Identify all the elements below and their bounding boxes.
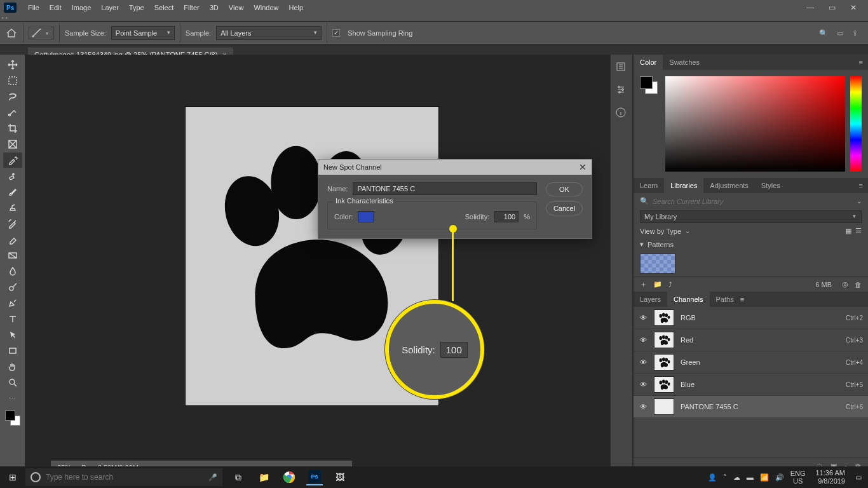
healing-brush-tool[interactable] bbox=[3, 168, 22, 184]
wifi-icon[interactable]: 📶 bbox=[760, 473, 769, 482]
file-explorer-icon[interactable]: 📁 bbox=[255, 469, 272, 485]
spot-channel-name-input[interactable] bbox=[353, 182, 537, 195]
quick-select-tool[interactable] bbox=[3, 105, 22, 120]
list-view-icon[interactable]: ☰ bbox=[855, 227, 862, 235]
brush-tool[interactable] bbox=[3, 184, 22, 200]
crop-tool[interactable] bbox=[3, 121, 22, 136]
move-tool[interactable] bbox=[3, 57, 22, 72]
menu-type[interactable]: Type bbox=[124, 0, 149, 15]
marquee-tool[interactable] bbox=[3, 73, 22, 88]
panel-menu-icon[interactable]: ≡ bbox=[854, 58, 868, 66]
upload-icon[interactable]: ⤴ bbox=[668, 281, 672, 288]
library-search-input[interactable] bbox=[653, 198, 853, 205]
menu-3d[interactable]: 3D bbox=[205, 0, 224, 15]
photos-taskbar-icon[interactable]: 🖼 bbox=[332, 469, 348, 485]
pattern-thumbnail[interactable] bbox=[640, 254, 675, 274]
photoshop-taskbar-icon[interactable]: Ps bbox=[306, 469, 323, 485]
history-brush-tool[interactable] bbox=[3, 216, 22, 231]
menu-filter[interactable]: Filter bbox=[179, 0, 204, 15]
hue-slider[interactable] bbox=[850, 76, 862, 172]
tray-chevron-icon[interactable]: ˄ bbox=[723, 473, 727, 482]
library-picker[interactable]: My Library bbox=[640, 210, 862, 223]
channel-row[interactable]: 👁RedCtrl+3 bbox=[634, 329, 868, 351]
share-icon[interactable]: ⇪ bbox=[852, 29, 858, 37]
path-select-tool[interactable] bbox=[3, 327, 22, 342]
gradient-tool[interactable] bbox=[3, 248, 22, 263]
channel-row[interactable]: 👁GreenCtrl+4 bbox=[634, 351, 868, 374]
panel-collapse-handle[interactable]: ▸▸ bbox=[0, 15, 868, 22]
people-icon[interactable]: 👤 bbox=[708, 473, 717, 482]
pen-tool[interactable] bbox=[3, 295, 22, 311]
battery-icon[interactable]: ▬ bbox=[747, 473, 754, 481]
visibility-toggle-icon[interactable]: 👁 bbox=[639, 358, 648, 366]
channel-row[interactable]: 👁BlueCtrl+5 bbox=[634, 374, 868, 396]
cc-sync-icon[interactable]: ◎ bbox=[842, 280, 848, 288]
clone-stamp-tool[interactable] bbox=[3, 200, 22, 215]
cancel-button[interactable]: Cancel bbox=[546, 201, 583, 215]
panel-menu-icon[interactable]: ≡ bbox=[854, 182, 868, 189]
taskbar-search[interactable]: 🎤 bbox=[25, 468, 222, 486]
visibility-toggle-icon[interactable]: 👁 bbox=[639, 381, 648, 388]
onedrive-icon[interactable]: ☁ bbox=[733, 473, 740, 482]
add-content-icon[interactable]: ＋ bbox=[640, 280, 647, 289]
menu-help[interactable]: Help bbox=[284, 0, 309, 15]
dodge-tool[interactable] bbox=[3, 280, 22, 295]
minimize-button[interactable]: — bbox=[799, 0, 821, 15]
menu-window[interactable]: Window bbox=[248, 0, 283, 15]
history-panel-icon[interactable] bbox=[615, 61, 628, 74]
language-indicator[interactable]: ENGUS bbox=[790, 470, 806, 485]
canvas-area[interactable]: New Spot Channel ✕ Name: Ink Characteris… bbox=[25, 55, 610, 474]
sample-scope-dropdown[interactable]: All Layers bbox=[216, 26, 322, 40]
home-icon[interactable] bbox=[5, 27, 18, 39]
lasso-tool[interactable] bbox=[3, 89, 22, 104]
styles-tab[interactable]: Styles bbox=[755, 178, 787, 193]
visibility-toggle-icon[interactable]: 👁 bbox=[639, 336, 648, 344]
type-tool[interactable] bbox=[3, 311, 22, 327]
eyedropper-tool[interactable] bbox=[3, 152, 22, 168]
view-by-label[interactable]: View by Type bbox=[640, 227, 681, 235]
sample-size-dropdown[interactable]: Point Sample bbox=[111, 26, 175, 40]
screen-mode-icon[interactable]: ▭ bbox=[837, 29, 843, 37]
task-view-icon[interactable]: ⧉ bbox=[230, 469, 247, 485]
blur-tool[interactable] bbox=[3, 264, 22, 279]
search-icon[interactable]: 🔍 bbox=[819, 29, 828, 37]
color-fgbg-swatch[interactable] bbox=[640, 76, 658, 94]
foreground-background-swatch[interactable] bbox=[5, 410, 20, 426]
start-button[interactable]: ⊞ bbox=[0, 472, 25, 482]
patterns-section-header[interactable]: ▾Patterns bbox=[634, 238, 868, 251]
info-panel-icon[interactable] bbox=[615, 107, 628, 119]
menu-layer[interactable]: Layer bbox=[96, 0, 124, 15]
frame-tool[interactable] bbox=[3, 137, 22, 152]
edit-toolbar-button[interactable]: ⋯ bbox=[3, 391, 22, 406]
color-tab[interactable]: Color bbox=[634, 55, 663, 70]
trash-icon[interactable]: 🗑 bbox=[855, 281, 862, 288]
solidity-input[interactable] bbox=[494, 211, 519, 222]
grid-view-icon[interactable]: ▦ bbox=[845, 227, 851, 235]
zoom-tool[interactable] bbox=[3, 375, 22, 390]
dialog-close-button[interactable]: ✕ bbox=[579, 162, 587, 172]
layers-tab[interactable]: Layers bbox=[634, 292, 667, 307]
menu-view[interactable]: View bbox=[224, 0, 249, 15]
menu-file[interactable]: File bbox=[23, 0, 44, 15]
learn-tab[interactable]: Learn bbox=[634, 178, 664, 193]
tool-preset-picker[interactable]: ▾ bbox=[29, 27, 54, 39]
mic-icon[interactable]: 🎤 bbox=[208, 473, 217, 482]
visibility-toggle-icon[interactable]: 👁 bbox=[639, 314, 648, 322]
menu-select[interactable]: Select bbox=[149, 0, 179, 15]
channels-tab[interactable]: Channels bbox=[667, 292, 709, 307]
adjustments-tab[interactable]: Adjustments bbox=[703, 178, 755, 193]
spot-color-swatch[interactable] bbox=[358, 211, 374, 222]
paths-tab[interactable]: Paths bbox=[710, 292, 740, 307]
volume-icon[interactable]: 🔊 bbox=[775, 473, 784, 482]
close-button[interactable]: ✕ bbox=[843, 0, 864, 15]
properties-panel-icon[interactable] bbox=[615, 84, 628, 97]
taskbar-search-input[interactable] bbox=[46, 473, 203, 482]
show-sampling-ring-checkbox[interactable] bbox=[332, 29, 340, 37]
chrome-icon[interactable] bbox=[281, 469, 297, 485]
ok-button[interactable]: OK bbox=[546, 182, 583, 196]
eraser-tool[interactable] bbox=[3, 232, 22, 247]
libraries-tab[interactable]: Libraries bbox=[664, 178, 703, 193]
restore-button[interactable]: ▭ bbox=[821, 0, 843, 15]
panel-menu-icon[interactable]: ≡ bbox=[740, 295, 744, 303]
channel-row[interactable]: 👁RGBCtrl+2 bbox=[634, 307, 868, 329]
